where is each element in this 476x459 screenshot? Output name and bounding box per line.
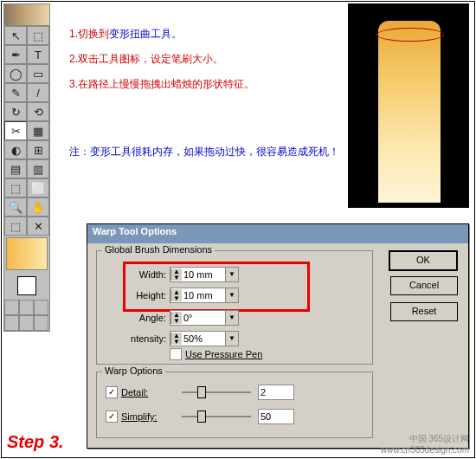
detail-slider[interactable] [182,391,251,393]
simplify-slider[interactable] [182,416,251,417]
angle-label: Angle: [106,313,166,323]
credit: 中国·365设计网www.cn365design.com [381,433,469,456]
scissors-tool[interactable]: ✕ [27,217,49,236]
tool-grid: ↖ ⬚ ✒ T ◯ ▭ ✎ / ↻ ⟲ ✂ ▦ ◐ ⊞ ▤ ▥ ⬚ ⬜ 🔍 ✋ … [4,26,49,236]
pencil-tool[interactable]: ✎ [4,83,27,102]
eyedropper-tool[interactable]: ⬚ [4,217,27,236]
fill-swatch[interactable] [6,237,48,270]
height-dropdown[interactable]: ▼ [225,288,239,303]
note: 注：变形工具很耗内存，如果拖动过快，很容易造成死机！ [69,143,355,162]
width-label: Width: [106,269,166,280]
pen-tool[interactable]: ✒ [4,45,27,64]
global-brush-group: Global Brush Dimensions Width: ▲▼▼ Heigh… [96,250,373,365]
simplify-label: Simplify: [121,411,175,422]
dialog-title: Warp Tool Options [87,224,468,243]
stroke-swatch[interactable] [4,272,49,300]
intensity-dropdown[interactable]: ▼ [225,331,239,346]
candle-shape [378,21,441,203]
direct-select-tool[interactable]: ⬚ [27,26,49,45]
height-input[interactable]: ▲▼ [170,288,226,303]
warp-options-group: Warp Options ✓Detail: ✓Simplify: [96,372,373,438]
simplify-input[interactable] [258,409,294,424]
group-label: Global Brush Dimensions [102,244,215,255]
width-dropdown[interactable]: ▼ [225,267,239,282]
gradient-tool[interactable]: ◐ [4,140,27,159]
app-logo [4,4,49,26]
selection-tool[interactable]: ↖ [4,26,27,45]
draw-mode[interactable] [4,315,49,331]
zoom-tool[interactable]: 🔍 [4,197,27,217]
symbol-tool[interactable]: ▤ [4,159,27,178]
group-label: Warp Options [102,365,165,376]
pressure-label: Use Pressure Pen [185,349,262,359]
ok-button[interactable]: OK [389,250,458,271]
simplify-checkbox[interactable]: ✓ [106,411,118,423]
rectangle-tool[interactable]: ▭ [27,64,49,83]
rotate-tool[interactable]: ↻ [4,102,27,121]
cancel-button[interactable]: Cancel [390,276,458,295]
height-label: Height: [106,290,166,301]
ellipse-tool[interactable]: ◯ [4,64,27,83]
intensity-label: ntensity: [106,333,166,344]
warp-options-dialog: Warp Tool Options Global Brush Dimension… [87,223,469,449]
hand-tool[interactable]: ✋ [27,197,49,217]
artboard-tool[interactable]: ⬜ [27,178,49,197]
detail-label: Detail: [121,387,175,398]
detail-checkbox[interactable]: ✓ [106,386,118,398]
warp-tool[interactable]: ✂ [4,121,27,140]
screen-mode[interactable] [4,300,49,315]
intensity-input[interactable]: ▲▼ [170,331,226,346]
graph-tool[interactable]: ▥ [27,159,49,178]
pressure-checkbox[interactable] [170,348,182,360]
angle-input[interactable]: ▲▼ [170,310,226,326]
type-tool[interactable]: T [27,45,49,64]
instructions: 1.切换到变形扭曲工具。 2.双击工具图标，设定笔刷大小。 3.在路径上慢慢拖拽… [69,22,329,96]
blend-tool[interactable]: ⊞ [27,140,49,159]
step-label: Step 3. [7,432,64,452]
line-tool[interactable]: / [27,83,49,102]
angle-dropdown[interactable]: ▼ [225,310,239,326]
toolbox: ↖ ⬚ ✒ T ◯ ▭ ✎ / ↻ ⟲ ✂ ▦ ◐ ⊞ ▤ ▥ ⬚ ⬜ 🔍 ✋ … [3,3,50,332]
mesh-tool[interactable]: ▦ [27,121,49,140]
detail-input[interactable] [258,385,294,400]
width-input[interactable]: ▲▼ [170,267,226,282]
slice-tool[interactable]: ⬚ [4,178,27,197]
preview-panel [348,3,469,208]
reset-button[interactable]: Reset [390,302,458,321]
reflect-tool[interactable]: ⟲ [27,102,49,121]
